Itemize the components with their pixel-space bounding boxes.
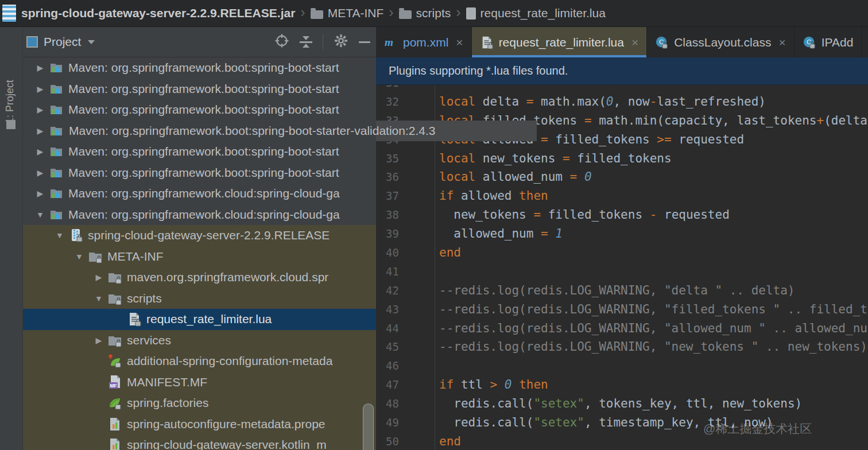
chevron-down-icon[interactable] <box>88 40 95 44</box>
folder-icon <box>311 10 323 19</box>
tree-item-label: request_rate_limiter.lua <box>146 312 272 326</box>
project-stripe-button[interactable]: 1: Project <box>4 80 16 123</box>
tab-pom-xml[interactable]: mpom.xml× <box>376 27 472 57</box>
tree-item[interactable]: spring-cloud-gateway-server.kotlin_m <box>23 435 376 450</box>
editor-tab-bar: mpom.xml×request_rate_limiter.lua×CClass… <box>376 27 868 57</box>
maven-lib-icon <box>49 123 64 138</box>
tree-collapsed-arrow-icon[interactable]: ▶ <box>32 168 49 177</box>
code-text: local allowed_num = 0 <box>439 168 592 187</box>
tree-expanded-arrow-icon[interactable]: ▼ <box>90 294 107 303</box>
tab-request-rate-limiter-lua[interactable]: request_rate_limiter.lua× <box>472 27 648 57</box>
jar-icon <box>2 4 17 22</box>
folder-icon <box>88 249 103 264</box>
tree-item-label: Maven: org.springframework.cloud:spring-… <box>68 208 340 222</box>
tree-collapsed-arrow-icon[interactable]: ▶ <box>32 126 49 135</box>
manifest-icon: MF <box>107 375 122 390</box>
tree-item[interactable]: ▶Maven: org.springframework.boot:spring-… <box>23 162 376 184</box>
tree-item[interactable]: ▼spring-cloud-gateway-server-2.2.9.RELEA… <box>23 225 376 246</box>
breadcrumb-item[interactable]: spring-cloud-gateway-server-2.2.9.RELEAS… <box>21 6 295 20</box>
tab-label: pom.xml <box>403 36 448 49</box>
project-panel-header: Project <box>23 27 376 57</box>
code-text: local delta = math.max(0, now-last_refre… <box>439 92 766 111</box>
toolbar-divider <box>323 34 323 49</box>
code-line: 46 <box>376 356 868 375</box>
tree-item-label: additional-spring-configuration-metada <box>127 354 332 368</box>
code-line: 42--redis.log(redis.LOG_WARNING, "delta … <box>376 281 868 300</box>
tree-collapsed-arrow-icon[interactable]: ▶ <box>90 336 107 345</box>
code-editor[interactable]: 3132local delta = math.max(0, now-last_r… <box>376 57 868 450</box>
breadcrumb-item[interactable]: scripts <box>399 6 451 20</box>
tree-item-label: scripts <box>127 292 162 305</box>
tree-item[interactable]: ▶Maven: org.springframework.boot:spring-… <box>23 57 376 79</box>
close-icon[interactable]: × <box>778 36 785 49</box>
maven-lib-icon <box>49 102 64 117</box>
tree-item-label: META-INF <box>107 250 164 263</box>
maven-lib-icon <box>49 60 64 75</box>
tree-collapsed-arrow-icon[interactable]: ▶ <box>90 273 107 282</box>
code-line: 35local new_tokens = filled_tokens <box>376 149 868 168</box>
code-text: allowed_num = 1 <box>439 224 563 243</box>
tree-collapsed-arrow-icon[interactable]: ▶ <box>32 147 49 156</box>
folder-icon <box>107 291 122 306</box>
breadcrumb-label: scripts <box>416 6 451 20</box>
breadcrumb-bar: spring-cloud-gateway-server-2.2.9.RELEAS… <box>0 0 868 27</box>
close-icon[interactable]: × <box>631 36 638 49</box>
tree-expanded-arrow-icon[interactable]: ▼ <box>71 252 88 261</box>
plugin-notification-banner: Plugins supporting *.lua files found. <box>376 57 868 85</box>
locate-icon[interactable] <box>274 33 289 51</box>
tree-item-label: Maven: org.springframework.boot:spring-b… <box>68 166 339 180</box>
tab-classlayout-class[interactable]: CClassLayout.class× <box>647 27 795 57</box>
tab-ipadd[interactable]: CIPAdd <box>795 27 862 57</box>
tree-item[interactable]: ▼META-INF <box>23 246 376 267</box>
tree-collapsed-arrow-icon[interactable]: ▶ <box>32 63 49 72</box>
hide-icon[interactable] <box>359 41 370 43</box>
editor-area: mpom.xml×request_rate_limiter.lua×CClass… <box>376 27 868 450</box>
breadcrumb-item[interactable]: request_rate_limiter.lua <box>466 6 606 20</box>
tree-expanded-arrow-icon[interactable]: ▼ <box>51 231 68 240</box>
code-text: if ttl > 0 then <box>439 375 548 394</box>
tree-collapsed-arrow-icon[interactable]: ▶ <box>32 189 49 198</box>
breadcrumb-item[interactable]: META-INF <box>311 6 384 20</box>
tree-collapsed-arrow-icon[interactable]: ▶ <box>32 84 49 94</box>
code-text: --redis.log(redis.LOG_WARNING, "delta " … <box>439 281 795 300</box>
tree-item[interactable]: ▶Maven: org.springframework.cloud:spring… <box>23 183 376 204</box>
tree-item[interactable]: additional-spring-configuration-metada <box>23 351 376 372</box>
close-icon[interactable]: × <box>456 36 463 49</box>
tree-collapsed-arrow-icon[interactable]: ▶ <box>32 105 49 114</box>
code-text: redis.call("setex", tokens_key, ttl, new… <box>439 394 802 413</box>
tree-item[interactable]: ▶maven.org.springframework.cloud.spr <box>23 267 376 288</box>
tree-item[interactable]: ▼scripts <box>23 288 376 309</box>
collapse-all-icon[interactable] <box>300 36 312 48</box>
tab-label: request_rate_limiter.lua <box>499 36 624 49</box>
scrollbar-thumb[interactable] <box>363 404 374 450</box>
maven-lib-icon <box>49 165 64 180</box>
line-number: 45 <box>381 338 399 356</box>
line-number: 49 <box>381 413 399 432</box>
code-text: end <box>439 432 461 450</box>
settings-gear-icon[interactable] <box>334 33 348 51</box>
tree-item[interactable]: ▶Maven: org.springframework.boot:spring-… <box>23 79 376 100</box>
tree-item[interactable]: ▼Maven: org.springframework.cloud:spring… <box>23 204 376 226</box>
tree-item[interactable]: ▶Maven: org.springframework.boot:spring-… <box>23 99 376 121</box>
tree-item[interactable]: spring-autoconfigure-metadata.prope <box>23 414 376 435</box>
tree-item-label: Maven: org.springframework.boot:spring-b… <box>68 61 339 75</box>
project-panel-title: Project <box>44 35 81 49</box>
tree-item[interactable]: spring.factories <box>23 393 376 414</box>
tree-item-tooltip: Maven: org.springframework.boot:spring-b… <box>69 121 537 142</box>
breadcrumb-label: request_rate_limiter.lua <box>480 6 606 20</box>
tree-item[interactable]: request_rate_limiter.lua <box>23 309 376 330</box>
tree-item-label: spring-cloud-gateway-server-2.2.9.RELEAS… <box>88 228 330 242</box>
code-line: 39 allowed_num = 1 <box>376 224 868 243</box>
tree-item[interactable]: ▶services <box>23 330 376 351</box>
code-text: new_tokens = filled_tokens - requested <box>439 205 730 224</box>
tree-item[interactable]: ▶Maven: org.springframework.boot:spring-… <box>23 141 376 162</box>
line-number: 32 <box>381 92 399 111</box>
tree-item[interactable]: MFMANIFEST.MF <box>23 372 376 393</box>
tree-expanded-arrow-icon[interactable]: ▼ <box>32 210 49 219</box>
line-number: 38 <box>381 205 399 224</box>
file-icon <box>466 7 476 20</box>
tree-item-label: services <box>127 333 171 347</box>
tab-label: IPAdd <box>822 36 854 49</box>
properties-icon <box>107 437 122 450</box>
tree-item-label: Maven: org.springframework.boot:spring-b… <box>68 145 339 158</box>
